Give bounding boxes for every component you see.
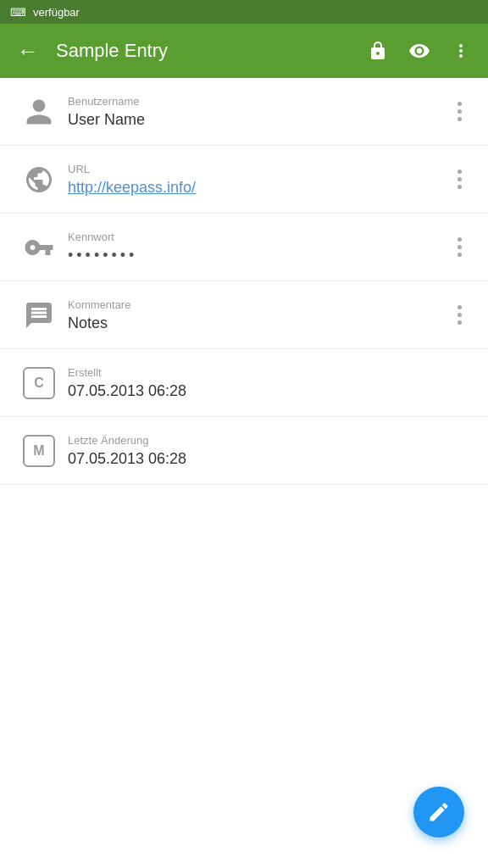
keyboard-icon: ⌨ [10,6,26,19]
url-label: URL [68,163,444,175]
toolbar-actions [361,33,478,69]
username-content: Benutzername User Name [68,95,444,129]
username-menu-button[interactable] [444,102,474,121]
created-icon: C [17,367,61,399]
eye-icon [408,40,430,62]
url-content: URL http://keepass.info/ [68,163,444,197]
password-menu-button[interactable] [444,237,474,257]
notes-row: Kommentare Notes [0,281,488,349]
created-content: Erstellt 07.05.2013 06:28 [68,366,474,400]
modified-value: 07.05.2013 06:28 [68,450,474,468]
password-value: •••••••• [68,247,444,264]
password-label: Kennwort [68,231,444,243]
edit-icon [427,800,451,824]
more-menu-button[interactable] [444,34,478,68]
globe-icon [17,164,61,195]
created-row: C Erstellt 07.05.2013 06:28 [0,349,488,417]
modified-row: M Letzte Änderung 07.05.2013 06:28 [0,417,488,485]
lock-icon [368,41,388,61]
url-menu-button[interactable] [444,170,474,189]
password-row: Kennwort •••••••• [0,214,488,281]
url-value[interactable]: http://keepass.info/ [68,179,444,197]
username-value: User Name [68,111,444,129]
status-bar: ⌨ verfügbar [0,0,488,24]
comment-icon [17,300,61,331]
eye-button[interactable] [402,33,437,69]
page-title: Sample Entry [56,40,351,62]
modified-icon: M [17,435,61,467]
notes-menu-button[interactable] [444,305,474,325]
status-text: verfügbar [33,6,80,19]
toolbar: ← Sample Entry [0,24,488,78]
username-row: Benutzername User Name [0,78,488,146]
password-content: Kennwort •••••••• [68,231,444,264]
entry-content: Benutzername User Name URL http://keepas… [0,78,488,485]
created-value: 07.05.2013 06:28 [68,382,474,400]
notes-content: Kommentare Notes [68,298,444,332]
lock-button[interactable] [361,34,395,68]
username-label: Benutzername [68,95,444,108]
person-icon [17,97,61,127]
modified-content: Letzte Änderung 07.05.2013 06:28 [68,434,474,468]
notes-label: Kommentare [68,298,444,311]
back-button[interactable]: ← [10,31,46,71]
created-label: Erstellt [68,366,474,379]
modified-label: Letzte Änderung [68,434,474,447]
url-row: URL http://keepass.info/ [0,146,488,214]
notes-value: Notes [68,314,444,332]
more-vert-icon [451,41,471,61]
key-icon [17,232,61,263]
edit-fab-button[interactable] [413,787,464,837]
